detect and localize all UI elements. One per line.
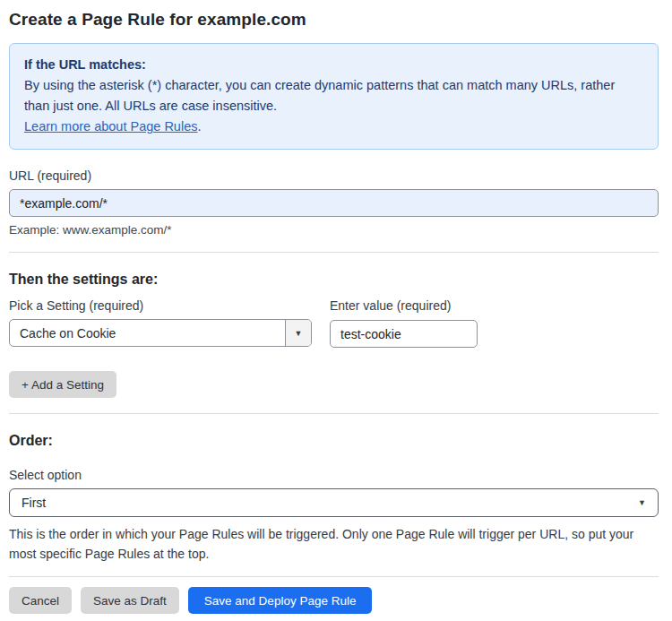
cancel-button[interactable]: Cancel bbox=[9, 587, 72, 614]
setting-select-value: Cache on Cookie bbox=[10, 320, 285, 346]
order-help-text: This is the order in which your Page Rul… bbox=[9, 524, 654, 564]
settings-section-heading: Then the settings are: bbox=[9, 272, 659, 288]
add-setting-button[interactable]: + Add a Setting bbox=[9, 371, 116, 398]
url-field-label: URL (required) bbox=[9, 168, 659, 183]
divider bbox=[9, 413, 659, 414]
info-box-heading: If the URL matches: bbox=[24, 55, 643, 75]
save-as-draft-button[interactable]: Save as Draft bbox=[81, 587, 179, 614]
setting-picker-column: Pick a Setting (required) Cache on Cooki… bbox=[9, 298, 312, 347]
divider bbox=[9, 576, 659, 577]
save-and-deploy-button[interactable]: Save and Deploy Page Rule bbox=[188, 587, 373, 614]
order-section-heading: Order: bbox=[9, 433, 659, 449]
info-box-link-line: Learn more about Page Rules. bbox=[24, 116, 643, 137]
chevron-down-icon: ▼ bbox=[638, 498, 646, 507]
setting-select-arrow-button[interactable]: ▼ bbox=[285, 320, 311, 346]
setting-select[interactable]: Cache on Cookie ▼ bbox=[9, 319, 312, 347]
setting-value-column: Enter value (required) bbox=[330, 298, 478, 348]
settings-row: Pick a Setting (required) Cache on Cooki… bbox=[9, 298, 659, 348]
order-select-label: Select option bbox=[9, 468, 659, 482]
url-match-info-box: If the URL matches: By using the asteris… bbox=[9, 43, 659, 150]
chevron-down-icon: ▼ bbox=[295, 329, 303, 338]
link-period: . bbox=[197, 119, 201, 134]
setting-value-label: Enter value (required) bbox=[330, 298, 478, 313]
divider bbox=[9, 252, 659, 253]
learn-more-link[interactable]: Learn more about Page Rules bbox=[24, 119, 197, 134]
footer-button-row: Cancel Save as Draft Save and Deploy Pag… bbox=[9, 587, 659, 614]
url-example-hint: Example: www.example.com/* bbox=[9, 223, 659, 237]
info-box-body: By using the asterisk (*) character, you… bbox=[24, 75, 643, 116]
setting-picker-label: Pick a Setting (required) bbox=[9, 298, 312, 313]
setting-value-input[interactable] bbox=[330, 320, 478, 348]
order-select-value: First bbox=[22, 496, 46, 510]
url-input[interactable] bbox=[9, 189, 659, 217]
order-select[interactable]: First ▼ bbox=[9, 488, 659, 517]
page-title: Create a Page Rule for example.com bbox=[9, 0, 659, 30]
